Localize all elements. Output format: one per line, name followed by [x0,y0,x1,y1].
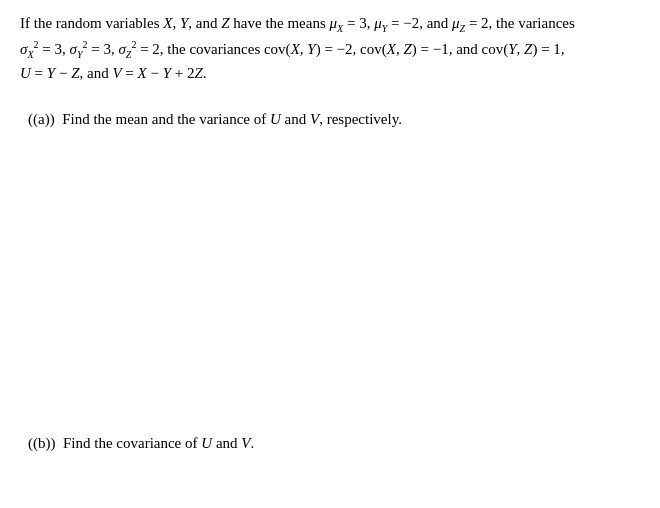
line2-text: σX2 = 3, σY2 = 3, σZ2 = 2, the covarianc… [20,41,565,57]
part-a-label: ((a)) Find the mean and the variance of … [28,111,402,127]
part-a: ((a)) Find the mean and the variance of … [20,107,640,131]
line3-text: U = Y − Z, and V = X − Y + 2Z. [20,65,207,81]
part-b-label: ((b)) Find the covariance of U and V. [28,435,254,451]
part-b: ((b)) Find the covariance of U and V. [20,431,640,455]
problem-statement: If the random variables X, Y, and Z have… [20,12,640,85]
intro-text: If the random variables X, Y, and Z have… [20,15,575,31]
